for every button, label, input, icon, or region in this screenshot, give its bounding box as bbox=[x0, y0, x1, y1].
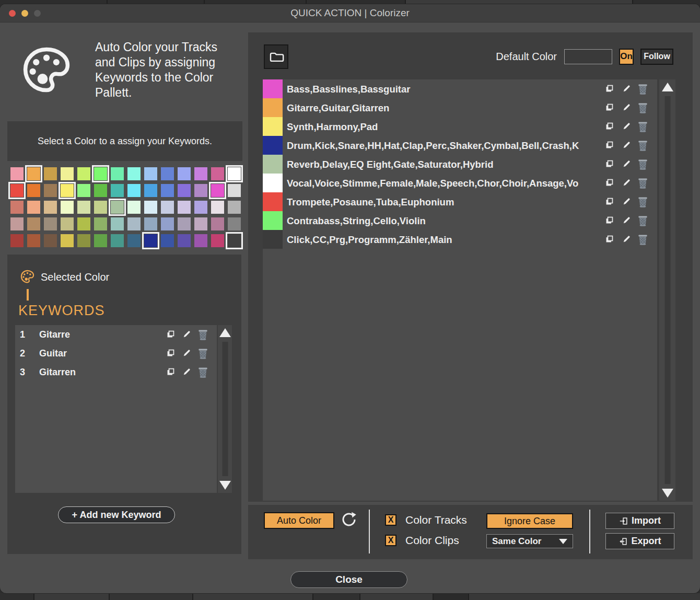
palette-swatch[interactable] bbox=[61, 184, 74, 197]
delete-icon[interactable] bbox=[637, 234, 647, 245]
palette-swatch[interactable] bbox=[44, 234, 57, 247]
palette-swatch[interactable] bbox=[194, 167, 207, 180]
palette-swatch[interactable] bbox=[178, 184, 191, 197]
mapping-color-swatch[interactable] bbox=[263, 117, 283, 136]
palette-swatch[interactable] bbox=[161, 184, 174, 197]
duplicate-icon[interactable] bbox=[605, 102, 614, 113]
edit-icon[interactable] bbox=[622, 158, 632, 170]
delete-icon[interactable] bbox=[637, 196, 647, 207]
default-color-input[interactable] bbox=[564, 49, 612, 64]
duplicate-icon[interactable] bbox=[605, 83, 614, 95]
scroll-up-icon[interactable] bbox=[219, 328, 231, 337]
palette-swatch[interactable] bbox=[61, 167, 74, 180]
palette-swatch[interactable] bbox=[94, 234, 107, 247]
ignore-case-button[interactable]: Ignore Case bbox=[486, 513, 573, 529]
follow-button[interactable]: Follow bbox=[640, 49, 673, 65]
mapping-color-swatch[interactable] bbox=[263, 192, 283, 211]
same-color-dropdown[interactable]: Same Color bbox=[486, 534, 573, 548]
duplicate-icon[interactable] bbox=[166, 329, 176, 340]
palette-swatch[interactable] bbox=[144, 217, 157, 230]
mapping-color-swatch[interactable] bbox=[263, 155, 283, 174]
palette-swatch[interactable] bbox=[178, 201, 191, 214]
palette-swatch[interactable] bbox=[94, 217, 107, 230]
color-clips-checkbox[interactable]: X bbox=[385, 535, 396, 546]
delete-icon[interactable] bbox=[637, 140, 647, 151]
edit-icon[interactable] bbox=[622, 234, 632, 245]
auto-color-button[interactable]: Auto Color bbox=[264, 512, 334, 529]
palette-swatch[interactable] bbox=[27, 217, 40, 230]
palette-swatch[interactable] bbox=[228, 184, 241, 197]
palette-swatch[interactable] bbox=[194, 201, 207, 214]
palette-swatch[interactable] bbox=[10, 167, 24, 180]
palette-swatch[interactable] bbox=[161, 217, 174, 230]
duplicate-icon[interactable] bbox=[605, 234, 614, 245]
palette-swatch[interactable] bbox=[77, 184, 90, 197]
palette-swatch[interactable] bbox=[178, 167, 191, 180]
palette-swatch[interactable] bbox=[228, 167, 241, 180]
palette-swatch[interactable] bbox=[61, 234, 74, 247]
edit-icon[interactable] bbox=[182, 366, 192, 378]
delete-icon[interactable] bbox=[637, 121, 647, 132]
delete-icon[interactable] bbox=[637, 83, 647, 95]
palette-swatch[interactable] bbox=[127, 217, 141, 230]
palette-swatch[interactable] bbox=[61, 201, 74, 214]
folder-button[interactable] bbox=[264, 44, 288, 69]
palette-swatch[interactable] bbox=[211, 217, 224, 230]
edit-icon[interactable] bbox=[182, 348, 192, 359]
close-button[interactable]: Close bbox=[290, 571, 407, 588]
palette-swatch[interactable] bbox=[111, 167, 124, 180]
mapping-color-swatch[interactable] bbox=[263, 98, 283, 117]
palette-swatch[interactable] bbox=[144, 167, 157, 180]
palette-swatch[interactable] bbox=[161, 201, 174, 214]
duplicate-icon[interactable] bbox=[605, 196, 614, 207]
palette-swatch[interactable] bbox=[228, 217, 241, 230]
palette-swatch[interactable] bbox=[10, 234, 24, 247]
palette-swatch[interactable] bbox=[127, 234, 141, 247]
palette-swatch[interactable] bbox=[27, 201, 40, 214]
delete-icon[interactable] bbox=[637, 102, 647, 113]
duplicate-icon[interactable] bbox=[605, 121, 614, 132]
palette-swatch[interactable] bbox=[44, 217, 57, 230]
import-button[interactable]: Import bbox=[605, 513, 674, 529]
palette-swatch[interactable] bbox=[228, 201, 241, 214]
delete-icon[interactable] bbox=[637, 215, 647, 226]
delete-icon[interactable] bbox=[637, 177, 647, 189]
edit-icon[interactable] bbox=[622, 140, 632, 151]
mapping-color-swatch[interactable] bbox=[263, 211, 283, 230]
palette-swatch[interactable] bbox=[27, 167, 40, 180]
palette-swatch[interactable] bbox=[228, 234, 241, 247]
edit-icon[interactable] bbox=[622, 121, 632, 132]
palette-swatch[interactable] bbox=[10, 201, 24, 214]
palette-swatch[interactable] bbox=[111, 184, 124, 197]
palette-swatch[interactable] bbox=[111, 217, 124, 230]
palette-swatch[interactable] bbox=[27, 234, 40, 247]
palette-swatch[interactable] bbox=[194, 184, 207, 197]
palette-swatch[interactable] bbox=[161, 167, 174, 180]
scroll-up-icon[interactable] bbox=[662, 83, 673, 91]
edit-icon[interactable] bbox=[182, 329, 192, 340]
palette-swatch[interactable] bbox=[111, 201, 124, 214]
scroll-down-icon[interactable] bbox=[662, 489, 673, 498]
duplicate-icon[interactable] bbox=[166, 366, 176, 378]
delete-icon[interactable] bbox=[197, 348, 207, 359]
mapping-color-swatch[interactable] bbox=[263, 79, 283, 98]
palette-swatch[interactable] bbox=[211, 234, 224, 247]
scroll-down-icon[interactable] bbox=[219, 481, 231, 490]
palette-swatch[interactable] bbox=[211, 167, 224, 180]
palette-swatch[interactable] bbox=[77, 201, 90, 214]
delete-icon[interactable] bbox=[637, 158, 647, 170]
delete-icon[interactable] bbox=[197, 329, 207, 340]
palette-swatch[interactable] bbox=[61, 217, 74, 230]
palette-swatch[interactable] bbox=[10, 184, 24, 197]
palette-swatch[interactable] bbox=[44, 167, 57, 180]
mapping-color-swatch[interactable] bbox=[263, 136, 283, 155]
keywords-scrollbar[interactable] bbox=[218, 325, 232, 493]
refresh-icon[interactable] bbox=[341, 511, 357, 528]
mapping-scrollbar[interactable] bbox=[659, 79, 675, 501]
palette-swatch[interactable] bbox=[127, 184, 141, 197]
palette-swatch[interactable] bbox=[127, 167, 141, 180]
palette-swatch[interactable] bbox=[178, 234, 191, 247]
palette-swatch[interactable] bbox=[77, 217, 90, 230]
palette-swatch[interactable] bbox=[161, 234, 174, 247]
delete-icon[interactable] bbox=[197, 366, 207, 378]
